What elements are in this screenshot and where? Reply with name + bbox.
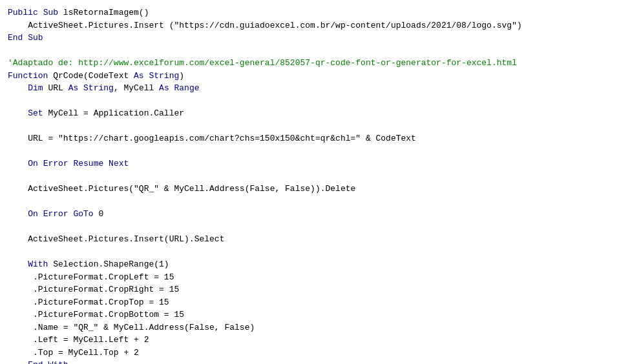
code-line: On Error GoTo 0 [8,209,103,219]
code-line: ActiveSheet.Pictures.Insert ("https://cd… [8,21,522,30]
code-line: ActiveSheet.Pictures("QR_" & MyCell.Addr… [8,184,355,194]
code-line: .Left = MyCell.Left + 2 [8,335,149,345]
code-line: .Name = "QR_" & MyCell.Address(False, Fa… [8,323,255,332]
code-line: Dim URL As String, MyCell As Range [8,83,200,93]
code-line: .PictureFormat.CropLeft = 15 [8,272,174,282]
code-block: Public Sub lsRetornaImagem() ActiveSheet… [8,6,631,364]
code-line: End Sub [8,33,43,43]
code-line: .PictureFormat.CropTop = 15 [8,298,169,307]
code-line: URL = "https://chart.googleapis.com/char… [8,134,416,143]
code-line: On Error Resume Next [8,159,129,168]
code-line: End With [8,360,68,364]
code-line: 'Adaptado de: http://www.excelforum.com/… [8,58,517,68]
code-line: Function QrCode(CodeText As String) [8,71,184,81]
code-line: With Selection.ShapeRange(1) [8,259,169,269]
code-line: ActiveSheet.Pictures.Insert(URL).Select [8,234,224,244]
code-line: Set MyCell = Application.Caller [8,108,184,118]
code-container: Public Sub lsRetornaImagem() ActiveSheet… [0,0,639,364]
code-line: Public Sub lsRetornaImagem() [8,8,149,17]
code-line: .PictureFormat.CropBottom = 15 [8,310,184,319]
code-line: .Top = MyCell.Top + 2 [8,348,139,358]
code-line: .PictureFormat.CropRight = 15 [8,285,179,294]
